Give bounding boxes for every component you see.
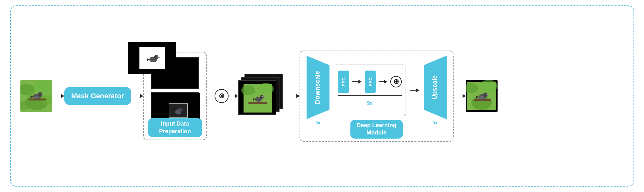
- arrow-to-upscale: [410, 88, 419, 92]
- arrow-to-mult: ⊗: [207, 89, 229, 103]
- upscale-container: Upscale 3x: [424, 56, 447, 125]
- dl-module-box: Downscale 3x FFC FFC: [300, 51, 454, 142]
- svg-rect-30: [169, 103, 169, 118]
- input-prep-box: Input DataPreparation: [143, 52, 207, 140]
- arrow-to-plus-line: [379, 81, 384, 82]
- plus-symbol: ⊕: [390, 76, 402, 87]
- svg-point-39: [260, 95, 264, 99]
- ffc-repeat-label: 9x: [367, 100, 373, 106]
- downscale-3x: 3x: [316, 120, 320, 125]
- downscale-trapezoid-svg: Downscale: [307, 56, 329, 119]
- svg-point-35: [241, 85, 255, 95]
- upscale-3x: 3x: [433, 120, 437, 125]
- svg-point-42: [262, 96, 263, 97]
- masked-bird-box: [151, 57, 199, 89]
- stacked-bird-svg: [239, 81, 276, 115]
- multiply-area: ⊗: [207, 89, 229, 103]
- arrow-5: [454, 94, 466, 98]
- multiply-symbol: ⊗: [215, 89, 229, 103]
- arrow-ffc-head: [358, 80, 362, 84]
- arrow-line-5: [287, 96, 296, 96]
- ffc2-label: FFC: [367, 77, 373, 86]
- ffc-inner-box: FFC FFC ⊕: [334, 65, 406, 116]
- arrow-1: [52, 94, 64, 98]
- upscale-trapezoid-svg: Upscale: [424, 56, 447, 119]
- ffc2-box: FFC: [365, 71, 376, 93]
- svg-rect-32: [169, 117, 188, 118]
- svg-point-27: [179, 108, 183, 112]
- arrow-head-1: [61, 94, 64, 98]
- arrow-head-5: [463, 94, 466, 98]
- mask-generator-label: Mask Generator: [71, 92, 124, 100]
- input-prep-text: Input DataPreparation: [159, 120, 191, 134]
- svg-point-51: [480, 80, 498, 92]
- dl-module-label: Deep LearningModule: [350, 120, 403, 139]
- arrow-ffc-line: [352, 81, 358, 82]
- downscale-repeat-label: 3x: [316, 120, 320, 125]
- pipeline-container: Mask Generator: [10, 5, 634, 187]
- svg-rect-31: [187, 103, 188, 118]
- svg-rect-37: [248, 102, 267, 104]
- ffc1-box: FFC: [338, 71, 349, 93]
- arrow-line-4: [229, 96, 235, 96]
- arrow-2: [131, 94, 143, 98]
- residual-line: [338, 95, 402, 96]
- svg-point-2: [33, 80, 52, 93]
- arrow-to-plus: [379, 80, 387, 84]
- mult-arrows: ⊗: [207, 89, 229, 103]
- input-prep-label: Input DataPreparation: [148, 118, 202, 137]
- arrow-line-1: [52, 96, 61, 96]
- ffc-9x: 9x: [367, 100, 373, 106]
- upscale-repeat-label: 3x: [433, 120, 437, 125]
- arrow-head-4: [296, 94, 300, 98]
- svg-point-8: [38, 92, 42, 97]
- svg-point-36: [258, 83, 274, 94]
- output-image: [466, 80, 498, 112]
- svg-point-20: [157, 57, 158, 57]
- dl-module-text: Deep LearningModule: [357, 122, 396, 136]
- svg-text:Downscale: Downscale: [314, 71, 321, 104]
- arrow-to-upscale-line: [410, 90, 416, 91]
- svg-point-17: [154, 55, 159, 59]
- svg-point-55: [483, 93, 488, 97]
- input-image: [20, 80, 52, 112]
- svg-text:Upscale: Upscale: [431, 75, 438, 99]
- ffc-row: FFC FFC ⊕: [338, 71, 402, 93]
- arrow-3: [229, 94, 238, 98]
- arrow-head-3: [235, 94, 238, 98]
- svg-rect-29: [169, 103, 188, 104]
- arrow-ffc: [352, 80, 362, 84]
- arrow-4: [287, 94, 300, 98]
- arrow-line-6: [454, 96, 463, 96]
- masked-bird-svg: [128, 42, 176, 74]
- arrow-head-2: [140, 94, 143, 98]
- svg-point-11: [41, 94, 41, 94]
- ffc1-label: FFC: [341, 77, 346, 86]
- downscale-container: Downscale 3x: [307, 56, 329, 125]
- output-bird-svg: [466, 80, 498, 112]
- mask-generator-box: Mask Generator: [64, 87, 131, 105]
- svg-point-58: [486, 94, 487, 95]
- arrow-to-upscale-head: [416, 88, 419, 92]
- arrow-line-2: [131, 96, 140, 96]
- arrow-to-plus-head: [384, 80, 387, 84]
- stacked-output: [238, 74, 287, 118]
- stack-layer-1: [238, 80, 276, 115]
- arrow-line-3: [207, 96, 215, 96]
- input-bird-svg: [20, 80, 52, 112]
